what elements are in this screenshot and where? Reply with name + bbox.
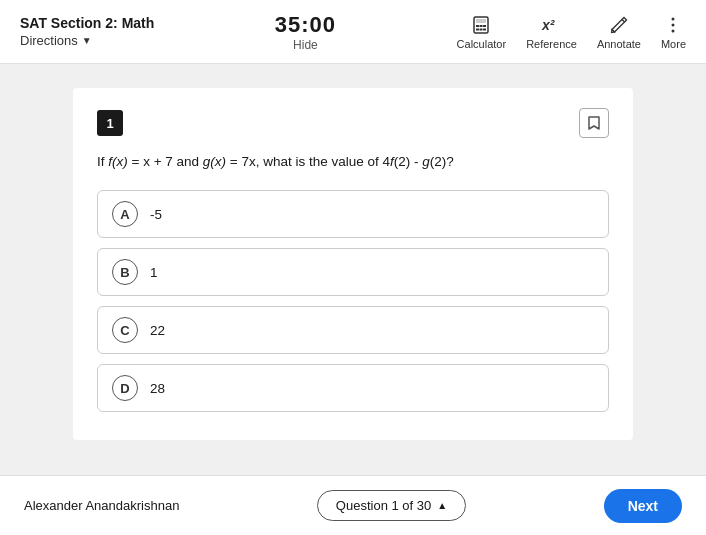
question-number-badge: 1	[97, 110, 123, 136]
option-c-value: 22	[150, 323, 165, 338]
option-d-letter: D	[112, 375, 138, 401]
more-icon	[662, 14, 684, 36]
pencil-icon	[608, 14, 630, 36]
directions-button[interactable]: Directions ▼	[20, 33, 154, 48]
svg-text:x²: x²	[541, 17, 555, 33]
calculator-tool[interactable]: Calculator	[457, 14, 507, 50]
question-header: 1	[97, 108, 609, 138]
question-nav-label: Question 1 of 30	[336, 498, 431, 513]
header: SAT Section 2: Math Directions ▼ 35:00 H…	[0, 0, 706, 64]
svg-rect-2	[476, 25, 479, 27]
header-center: 35:00 Hide	[275, 12, 336, 52]
formula-icon: x²	[541, 14, 563, 36]
student-name: Alexander Anandakrishnan	[24, 498, 179, 513]
section-title: SAT Section 2: Math	[20, 15, 154, 31]
option-a[interactable]: A -5	[97, 190, 609, 238]
annotate-tool[interactable]: Annotate	[597, 14, 641, 50]
option-c-letter: C	[112, 317, 138, 343]
svg-rect-5	[476, 28, 479, 30]
main-content: 1 If f(x) = x + 7 and g(x) = 7x, what is…	[0, 64, 706, 475]
option-c[interactable]: C 22	[97, 306, 609, 354]
option-d[interactable]: D 28	[97, 364, 609, 412]
option-a-value: -5	[150, 207, 162, 222]
svg-rect-1	[476, 19, 486, 23]
reference-tool[interactable]: x² Reference	[526, 14, 577, 50]
arrow-up-icon: ▲	[437, 500, 447, 511]
svg-rect-6	[480, 28, 483, 30]
footer: Alexander Anandakrishnan Question 1 of 3…	[0, 475, 706, 535]
hide-timer-button[interactable]: Hide	[293, 38, 318, 52]
question-text: If f(x) = x + 7 and g(x) = 7x, what is t…	[97, 152, 609, 172]
svg-point-9	[672, 17, 675, 20]
question-card: 1 If f(x) = x + 7 and g(x) = 7x, what is…	[73, 88, 633, 440]
bookmark-icon	[586, 115, 602, 131]
svg-rect-3	[480, 25, 483, 27]
options-list: A -5 B 1 C 22 D 28	[97, 190, 609, 412]
calculator-label: Calculator	[457, 38, 507, 50]
svg-rect-7	[483, 28, 486, 30]
option-a-letter: A	[112, 201, 138, 227]
more-label: More	[661, 38, 686, 50]
directions-label: Directions	[20, 33, 78, 48]
calculator-icon	[470, 14, 492, 36]
header-left: SAT Section 2: Math Directions ▼	[20, 15, 154, 48]
option-b[interactable]: B 1	[97, 248, 609, 296]
option-b-value: 1	[150, 265, 158, 280]
more-tool[interactable]: More	[661, 14, 686, 50]
timer-display: 35:00	[275, 12, 336, 38]
annotate-label: Annotate	[597, 38, 641, 50]
svg-rect-4	[483, 25, 486, 27]
header-tools: Calculator x² Reference Annotate	[457, 14, 686, 50]
bookmark-button[interactable]	[579, 108, 609, 138]
chevron-down-icon: ▼	[82, 35, 92, 46]
option-b-letter: B	[112, 259, 138, 285]
question-nav-button[interactable]: Question 1 of 30 ▲	[317, 490, 466, 521]
reference-label: Reference	[526, 38, 577, 50]
svg-point-10	[672, 23, 675, 26]
option-d-value: 28	[150, 381, 165, 396]
svg-point-11	[672, 29, 675, 32]
next-button[interactable]: Next	[604, 489, 682, 523]
